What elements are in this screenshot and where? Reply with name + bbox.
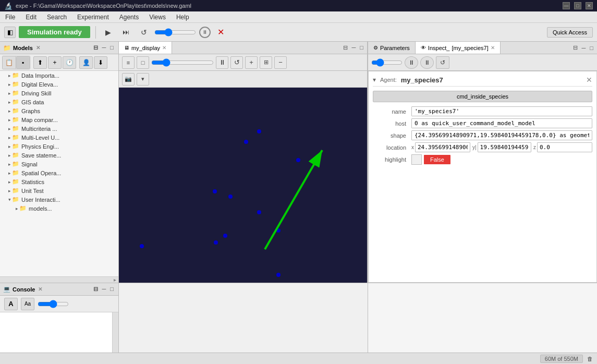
prop-host-input[interactable] xyxy=(411,118,592,128)
console-font-aa[interactable]: Aa xyxy=(21,298,34,310)
display-layer-btn[interactable]: ≡ xyxy=(122,56,135,69)
agent-dot[interactable] xyxy=(276,228,281,233)
right-reload-btn[interactable]: ↺ xyxy=(436,56,449,69)
toolbar-left-icon[interactable]: ◧ xyxy=(4,27,16,38)
menu-search[interactable]: Search xyxy=(42,13,72,22)
tree-item-physics-engi[interactable]: ▸📁Physics Engi... xyxy=(0,142,118,151)
agent-close-btn[interactable]: ✕ xyxy=(586,76,592,84)
display-reload-btn[interactable]: ↺ xyxy=(230,56,243,69)
display-3d-btn[interactable]: □ xyxy=(137,56,149,69)
agent-collapse-btn[interactable]: ▾ xyxy=(373,76,376,83)
display-pause-btn[interactable]: ⏸ xyxy=(216,56,228,69)
tab-inspect[interactable]: 👁 Inspect_ [my_species7] ✕ xyxy=(416,42,501,54)
agent-dot[interactable] xyxy=(140,244,144,248)
agent-dot[interactable] xyxy=(214,240,218,245)
display-min-icon[interactable]: ─ xyxy=(350,44,358,52)
menu-agents[interactable]: Agents xyxy=(114,13,144,22)
agent-dot[interactable] xyxy=(244,140,248,144)
agent-dot[interactable] xyxy=(296,158,300,162)
minimize-button[interactable]: — xyxy=(563,2,570,9)
highlight-color-box[interactable] xyxy=(411,154,422,165)
loc-y-input[interactable] xyxy=(478,142,531,152)
display-zoom-fit-btn[interactable]: ⊞ xyxy=(260,56,272,69)
pause-time-button[interactable]: ⏸ xyxy=(199,27,211,38)
title-bar-controls[interactable]: — □ ✕ xyxy=(563,2,593,9)
right-max-icon[interactable]: □ xyxy=(588,44,595,52)
close-button[interactable]: ✕ xyxy=(586,2,593,9)
agent-dot[interactable] xyxy=(257,129,261,134)
view-btn-2[interactable]: ▪ xyxy=(16,56,30,69)
step-button[interactable]: ⏭ xyxy=(119,25,133,40)
tree-item-gis-data[interactable]: ▸📁GIS data xyxy=(0,98,118,106)
tree-item-statistics[interactable]: ▸📁Statistics xyxy=(0,177,118,186)
models-panel-close[interactable]: ✕ xyxy=(36,45,40,51)
speed-slider[interactable] xyxy=(154,28,196,37)
agent-dot[interactable] xyxy=(223,234,227,238)
tree-item-unit-test[interactable]: ▸📁Unit Test xyxy=(0,186,118,195)
right-speed-slider[interactable] xyxy=(371,58,403,67)
cmd-inside-species-btn[interactable]: cmd_inside_species xyxy=(373,91,592,102)
reload-button[interactable]: ↺ xyxy=(137,25,151,40)
menu-views[interactable]: Views xyxy=(144,13,171,22)
prop-name-input[interactable] xyxy=(411,106,592,116)
right-stop-btn[interactable]: ⏸ xyxy=(405,56,418,69)
person-arrow-btn[interactable]: ⬇ xyxy=(94,56,107,69)
tree-item-user-interacti[interactable]: ▸📁User Interacti... xyxy=(0,195,118,204)
tree-item-multicriteria[interactable]: ▸📁Multicriteria ... xyxy=(0,124,118,133)
console-collapse-icon[interactable]: ⊟ xyxy=(92,285,100,293)
tree-item-driving-skill[interactable]: ▸📁Driving Skill xyxy=(0,89,118,98)
menu-experiment[interactable]: Experiment xyxy=(72,13,114,22)
models-max-icon[interactable]: □ xyxy=(108,44,115,52)
console-max-icon[interactable]: □ xyxy=(108,285,115,293)
right-pause-btn[interactable]: ⏸ xyxy=(420,56,434,69)
right-collapse-icon[interactable]: ⊟ xyxy=(571,44,579,52)
clock-btn[interactable]: 🕐 xyxy=(63,56,76,69)
menu-edit[interactable]: Edit xyxy=(20,13,42,22)
console-close-btn[interactable]: ✕ xyxy=(38,286,42,292)
tree-item-data-importa[interactable]: ▸📁Data Importa... xyxy=(0,71,118,80)
models-min-icon[interactable]: ─ xyxy=(101,44,108,52)
display-cam-arrow-btn[interactable]: ▾ xyxy=(137,73,149,86)
display-zoom-in-btn[interactable]: + xyxy=(245,56,258,69)
view-btn-1[interactable]: 📋 xyxy=(3,56,16,69)
menu-help[interactable]: Help xyxy=(171,13,194,22)
play-button[interactable]: ▶ xyxy=(101,25,116,40)
console-font-slider[interactable] xyxy=(38,300,69,308)
loc-x-input[interactable] xyxy=(415,142,470,152)
highlight-false-btn[interactable]: False xyxy=(424,155,450,164)
display-speed-slider[interactable] xyxy=(151,58,214,67)
tree-item-signal[interactable]: ▸📁Signal xyxy=(0,160,118,168)
tree-item-models[interactable]: ▸📁models... xyxy=(0,204,118,213)
maximize-button[interactable]: □ xyxy=(574,2,581,9)
agent-dot[interactable] xyxy=(228,195,233,199)
display-camera-btn[interactable]: 📷 xyxy=(122,73,135,86)
display-zoom-out-btn[interactable]: − xyxy=(274,56,287,69)
display-tab-close[interactable]: ✕ xyxy=(162,45,166,51)
models-collapse-icon[interactable]: ⊟ xyxy=(92,44,100,52)
person-btn[interactable]: 👤 xyxy=(79,56,93,69)
display-collapse-icon[interactable]: ⊟ xyxy=(342,44,349,52)
display-area[interactable] xyxy=(119,88,367,283)
console-min-icon[interactable]: ─ xyxy=(101,285,108,293)
stop-button[interactable]: ✕ xyxy=(214,25,228,40)
tree-item-map-compar[interactable]: ▸📁Map compar... xyxy=(0,115,118,124)
display-max-icon[interactable]: □ xyxy=(358,44,365,52)
inspect-tab-close[interactable]: ✕ xyxy=(491,45,495,51)
tree-item-multilevel[interactable]: ▸📁Multi-Level U... xyxy=(0,133,118,142)
trash-icon[interactable]: 🗑 xyxy=(587,356,593,362)
quick-access-button[interactable]: Quick Access xyxy=(547,27,593,38)
sim-ready-button[interactable]: Simulation ready xyxy=(19,26,90,38)
tree-item-spatial-opera[interactable]: ▸📁Spatial Opera... xyxy=(0,168,118,177)
agent-dot[interactable] xyxy=(276,273,281,277)
console-font-A[interactable]: A xyxy=(4,298,18,310)
add-btn[interactable]: + xyxy=(48,56,62,69)
left-panel-scrollbar-h[interactable]: ▸ xyxy=(0,276,118,283)
menu-file[interactable]: File xyxy=(0,13,20,22)
prop-shape-input[interactable] xyxy=(411,130,592,140)
display-tab[interactable]: 🖥 my_display ✕ xyxy=(119,42,172,54)
tree-item-digital-eleva[interactable]: ▸📁Digital Eleva... xyxy=(0,80,118,89)
right-min-icon[interactable]: ─ xyxy=(580,44,588,52)
agent-dot[interactable] xyxy=(213,189,217,193)
loc-z-input[interactable] xyxy=(537,142,592,152)
tree-item-graphs[interactable]: ▸📁Graphs xyxy=(0,106,118,115)
